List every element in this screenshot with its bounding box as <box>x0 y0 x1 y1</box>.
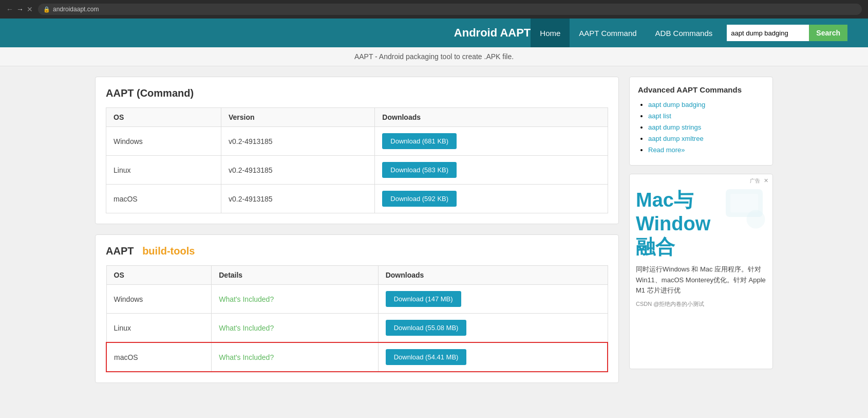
os-linux-2: Linux <box>106 314 212 343</box>
col-downloads-1: Downloads <box>375 108 608 127</box>
sidebar-advanced-commands: Advanced AAPT Commands aapt dump badging… <box>629 77 773 166</box>
section1-title: AAPT (Command) <box>106 87 608 99</box>
content-area: AAPT (Command) OS Version Downloads Wind… <box>95 77 619 383</box>
table-row-highlighted: macOS What's Included? Download (54.41 M… <box>106 342 608 372</box>
sidebar-link-3[interactable]: aapt dump xmltree <box>648 135 704 142</box>
section2-title-highlight: build-tools <box>142 245 195 257</box>
section-aapt-buildtools: AAPT build-tools OS Details Downloads Wi… <box>95 234 619 383</box>
download-linux-2[interactable]: Download (55.08 MB) <box>386 320 467 336</box>
sidebar-link-1[interactable]: aapt list <box>648 112 671 120</box>
col-details-2: Details <box>212 266 378 285</box>
ad-description: 同时运行Windows 和 Mac 应用程序。针对Win11、macOS Mon… <box>636 264 766 296</box>
version-macos-1: v0.2-4913185 <box>221 185 375 213</box>
search-button[interactable]: Search <box>809 25 847 41</box>
ad-label: 广告 <box>750 177 760 185</box>
ad-title-line3: 融合 <box>636 235 766 259</box>
col-version-1: Version <box>221 108 375 127</box>
details-macos-2: What's Included? <box>212 342 378 372</box>
navbar: Android AAPT Home AAPT Command ADB Comma… <box>0 19 868 47</box>
subtitle-bar: AAPT - Android packaging tool to create … <box>0 47 868 66</box>
ad-close-button[interactable]: ✕ <box>764 177 768 184</box>
version-windows-1: v0.2-4913185 <box>221 127 375 156</box>
search-input[interactable] <box>727 25 809 41</box>
table-row: Linux v0.2-4913185 Download (583 KB) <box>106 156 608 185</box>
back-button[interactable]: ← <box>6 5 13 13</box>
os-macos-2: macOS <box>106 342 212 372</box>
download-macos-2[interactable]: Download (54.41 MB) <box>386 349 467 365</box>
os-linux-1: Linux <box>106 156 221 185</box>
download-macos-1[interactable]: Download (592 KB) <box>382 191 457 207</box>
sidebar-advanced-title: Advanced AAPT Commands <box>638 85 764 94</box>
nav-home[interactable]: Home <box>531 19 570 47</box>
download-cell-windows-1: Download (681 KB) <box>375 127 608 156</box>
ad-footer: CSDN @拒绝内卷的小测试 <box>636 300 766 308</box>
subtitle-text: AAPT - Android packaging tool to create … <box>354 52 514 61</box>
forward-button[interactable]: → <box>16 5 24 13</box>
download-windows-1[interactable]: Download (681 KB) <box>382 133 457 149</box>
table-row: Windows What's Included? Download (147 M… <box>106 285 608 314</box>
section2-title: AAPT build-tools <box>106 245 608 257</box>
svg-point-2 <box>747 210 765 229</box>
download-cell-linux-2: Download (55.08 MB) <box>378 314 608 343</box>
sidebar-link-2[interactable]: aapt dump strings <box>648 123 701 131</box>
sidebar-ad: 广告 ✕ Mac与 Window 融合 同时运行Windows 和 Mac 应用… <box>629 174 773 369</box>
list-item: aapt list <box>648 112 764 120</box>
details-link-windows-2[interactable]: What's Included? <box>219 295 274 303</box>
list-item: aapt dump badging <box>648 100 764 108</box>
url-text: androidaapt.com <box>53 6 99 13</box>
download-linux-1[interactable]: Download (583 KB) <box>382 162 457 178</box>
browser-navigation: ← → ✕ <box>6 5 33 13</box>
browser-chrome: ← → ✕ 🔒 androidaapt.com <box>0 0 868 19</box>
lock-icon: 🔒 <box>43 6 50 13</box>
close-button[interactable]: ✕ <box>27 5 33 13</box>
version-linux-1: v0.2-4913185 <box>221 156 375 185</box>
download-cell-macos-2: Download (54.41 MB) <box>378 342 608 372</box>
search-area: Search <box>727 25 847 41</box>
section2-title-plain: AAPT <box>106 245 134 257</box>
os-windows-2: Windows <box>106 285 212 314</box>
table-row: Windows v0.2-4913185 Download (681 KB) <box>106 127 608 156</box>
navbar-links: Home AAPT Command ADB Commands Search <box>531 19 847 47</box>
table-row: macOS v0.2-4913185 Download (592 KB) <box>106 185 608 213</box>
site-brand: Android AAPT <box>454 26 531 40</box>
sidebar: Advanced AAPT Commands aapt dump badging… <box>629 77 773 383</box>
main-container: AAPT (Command) OS Version Downloads Wind… <box>74 66 794 393</box>
col-downloads-2: Downloads <box>378 266 608 285</box>
col-os-1: OS <box>106 108 221 127</box>
sidebar-read-more[interactable]: Read more» <box>648 146 685 154</box>
nav-aapt-command[interactable]: AAPT Command <box>570 19 646 47</box>
download-cell-linux-1: Download (583 KB) <box>375 156 608 185</box>
svg-rect-1 <box>730 194 758 212</box>
download-windows-2[interactable]: Download (147 MB) <box>386 291 461 307</box>
os-windows-1: Windows <box>106 127 221 156</box>
address-bar[interactable]: 🔒 androidaapt.com <box>38 4 862 15</box>
navbar-center: Android AAPT <box>454 26 531 40</box>
sidebar-link-0[interactable]: aapt dump badging <box>648 101 705 108</box>
table-row: Linux What's Included? Download (55.08 M… <box>106 314 608 343</box>
sidebar-links-list: aapt dump badging aapt list aapt dump st… <box>638 100 764 154</box>
download-cell-macos-1: Download (592 KB) <box>375 185 608 213</box>
ad-decorative-graphic <box>721 185 767 231</box>
list-item: aapt dump strings <box>648 123 764 131</box>
section-aapt-command: AAPT (Command) OS Version Downloads Wind… <box>95 77 619 224</box>
list-item: aapt dump xmltree <box>648 134 764 142</box>
section2-table: OS Details Downloads Windows What's Incl… <box>106 265 608 372</box>
details-link-linux-2[interactable]: What's Included? <box>219 324 274 332</box>
section1-table: OS Version Downloads Windows v0.2-491318… <box>106 107 608 213</box>
details-link-macos-2[interactable]: What's Included? <box>219 353 274 361</box>
details-linux-2: What's Included? <box>212 314 378 343</box>
list-item: Read more» <box>648 146 764 154</box>
download-cell-windows-2: Download (147 MB) <box>378 285 608 314</box>
os-macos-1: macOS <box>106 185 221 213</box>
nav-adb-commands[interactable]: ADB Commands <box>646 19 722 47</box>
details-windows-2: What's Included? <box>212 285 378 314</box>
col-os-2: OS <box>106 266 212 285</box>
